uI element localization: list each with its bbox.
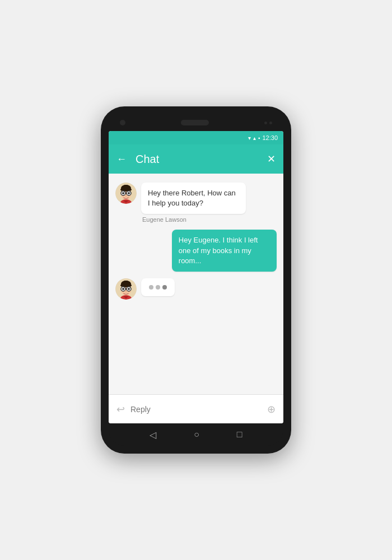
svg-point-6 <box>122 192 124 194</box>
message-text-incoming1: Hey there Robert, How can I help you tod… <box>148 189 236 207</box>
reply-back-icon[interactable]: ↩ <box>116 403 125 416</box>
sender-name-1: Eugene Lawson <box>142 216 246 223</box>
status-bar: ▾ ▴ ▪ 12:30 <box>109 131 283 144</box>
message-text-outgoing1: Hey Eugene. I think I left one of my boo… <box>179 236 258 264</box>
svg-point-8 <box>128 192 130 194</box>
message-bubble-outgoing1: Hey Eugene. I think I left one of my boo… <box>172 230 277 272</box>
phone-top-bar <box>109 114 283 131</box>
screen-title: Chat <box>136 153 258 166</box>
phone-device: ▾ ▴ ▪ 12:30 ← Chat ✕ <box>101 106 291 454</box>
avatar-eugene <box>115 183 137 204</box>
message-row-typing <box>115 278 277 300</box>
svg-point-16 <box>121 281 131 287</box>
reply-input[interactable] <box>130 405 262 414</box>
nav-back-button[interactable]: ◁ <box>150 430 156 440</box>
speaker-grille <box>181 120 209 125</box>
chat-area: Hey there Robert, How can I help you tod… <box>109 174 283 394</box>
nav-recent-button[interactable]: □ <box>237 430 242 440</box>
clock: 12:30 <box>262 134 278 141</box>
message-content-outgoing1: Hey Eugene. I think I left one of my boo… <box>172 230 277 272</box>
reply-bar: ↩ ⊕ <box>109 394 283 423</box>
camera-dot <box>120 120 125 125</box>
typing-dot-2 <box>156 285 160 290</box>
battery-icon: ▪ <box>258 135 260 141</box>
wifi-icon: ▾ <box>248 135 251 141</box>
svg-point-18 <box>122 288 124 290</box>
svg-point-22 <box>125 291 127 292</box>
close-button[interactable]: ✕ <box>267 153 276 165</box>
nav-home-button[interactable]: ○ <box>194 430 199 440</box>
svg-point-20 <box>128 288 130 290</box>
svg-point-4 <box>121 185 131 192</box>
message-content-incoming1: Hey there Robert, How can I help you tod… <box>141 183 246 223</box>
avatar-eugene-typing <box>115 278 137 300</box>
sensor-dot2 <box>269 122 272 124</box>
typing-dot-1 <box>149 285 153 290</box>
status-icons: ▾ ▴ ▪ 12:30 <box>248 134 278 141</box>
nav-bar: ◁ ○ □ <box>109 423 283 446</box>
phone-screen: ▾ ▴ ▪ 12:30 ← Chat ✕ <box>109 131 283 423</box>
message-row-incoming1: Hey there Robert, How can I help you tod… <box>115 183 277 223</box>
app-bar: ← Chat ✕ <box>109 144 283 174</box>
back-button[interactable]: ← <box>116 153 127 165</box>
message-row-outgoing1: Hey Eugene. I think I left one of my boo… <box>115 230 277 272</box>
typing-dot-3 <box>162 285 167 290</box>
signal-icon: ▴ <box>253 135 256 141</box>
message-bubble-incoming1: Hey there Robert, How can I help you tod… <box>141 183 246 214</box>
typing-indicator <box>141 278 175 296</box>
attach-icon[interactable]: ⊕ <box>267 403 276 416</box>
sensor-dot1 <box>264 122 267 124</box>
svg-point-10 <box>125 195 127 197</box>
